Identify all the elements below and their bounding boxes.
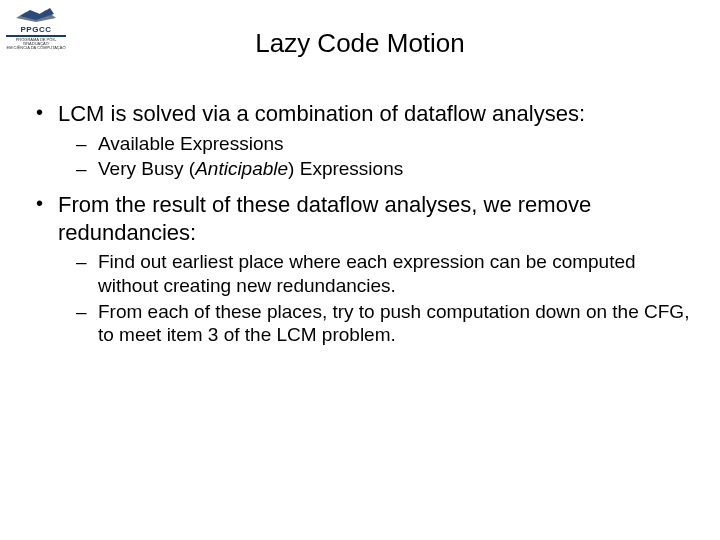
sub-text: Find out earliest place where each expre… xyxy=(98,251,636,296)
bullet-list: LCM is solved via a combination of dataf… xyxy=(30,100,690,347)
sub-text: From each of these places, try to push c… xyxy=(98,301,689,346)
logo-bird-icon xyxy=(14,4,58,24)
sub-text-prefix: Very Busy ( xyxy=(98,158,195,179)
sub-text: Available Expressions xyxy=(98,133,284,154)
sub-item: Very Busy (Anticipable) Expressions xyxy=(58,157,690,181)
sub-text-suffix: ) Expressions xyxy=(288,158,403,179)
sub-list: Available Expressions Very Busy (Anticip… xyxy=(58,132,690,182)
bullet-item: From the result of these dataflow analys… xyxy=(30,191,690,347)
slide: PPGCC PROGRAMA DE PÓS-GRADUAÇÃO EM CIÊNC… xyxy=(0,0,720,540)
sub-item: Available Expressions xyxy=(58,132,690,156)
sub-item: Find out earliest place where each expre… xyxy=(58,250,690,298)
sub-item: From each of these places, try to push c… xyxy=(58,300,690,348)
bullet-item: LCM is solved via a combination of dataf… xyxy=(30,100,690,181)
slide-title: Lazy Code Motion xyxy=(0,28,720,59)
bullet-text: From the result of these dataflow analys… xyxy=(58,192,591,245)
sub-list: Find out earliest place where each expre… xyxy=(58,250,690,347)
bullet-text: LCM is solved via a combination of dataf… xyxy=(58,101,585,126)
sub-text-ital: Anticipable xyxy=(195,158,288,179)
slide-body: LCM is solved via a combination of dataf… xyxy=(30,100,690,357)
